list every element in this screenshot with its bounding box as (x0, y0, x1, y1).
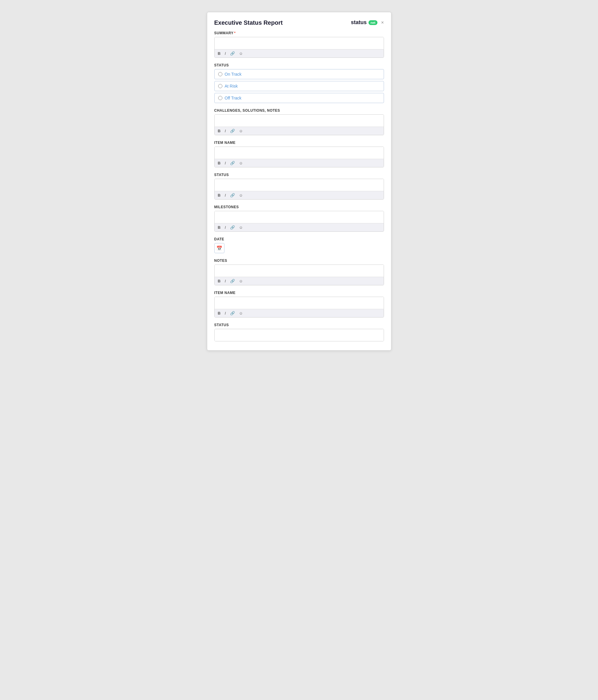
date-label: DATE (214, 237, 384, 241)
challenges-toolbar: B I 🔗 ☺ (215, 127, 384, 135)
summary-emoji-button[interactable]: ☺ (238, 51, 244, 56)
modal-header: Executive Status Report status net × (214, 19, 384, 26)
status-radio-at-risk[interactable] (218, 84, 223, 88)
item-status-italic-button-1[interactable]: I (224, 193, 227, 198)
modal-title: Executive Status Report (214, 19, 283, 26)
notes-italic-button[interactable]: I (224, 278, 227, 283)
challenges-bold-button[interactable]: B (217, 128, 222, 133)
milestones-label: MILESTONES (214, 205, 384, 209)
item-name-link-button-2[interactable]: 🔗 (229, 311, 236, 316)
milestones-section: MILESTONES B I 🔗 ☺ (214, 205, 384, 232)
status-label: STATUS (214, 63, 384, 67)
challenges-label: CHALLENGES, SOLUTIONS, NOTES (214, 108, 384, 112)
notes-section: NOTES B I 🔗 ☺ (214, 258, 384, 285)
milestones-editor: B I 🔗 ☺ (214, 211, 384, 232)
milestones-emoji-button[interactable]: ☺ (238, 225, 244, 230)
item-name-editor-1: B I 🔗 ☺ (214, 147, 384, 168)
summary-label: SUMMARY* (214, 31, 384, 35)
milestones-link-button[interactable]: 🔗 (229, 225, 236, 230)
summary-input[interactable] (215, 37, 384, 49)
item-status-editor-2 (214, 329, 384, 341)
item-status-input-2[interactable] (215, 329, 384, 341)
item-name-link-button-1[interactable]: 🔗 (229, 160, 236, 166)
required-indicator: * (234, 31, 236, 35)
milestones-italic-button[interactable]: I (224, 225, 227, 230)
item-status-emoji-button-1[interactable]: ☺ (238, 193, 244, 198)
milestones-toolbar: B I 🔗 ☺ (215, 223, 384, 231)
milestones-bold-button[interactable]: B (217, 225, 222, 230)
status-label-off-track: Off Track (225, 96, 242, 100)
challenges-link-button[interactable]: 🔗 (229, 128, 236, 133)
item-name-section-1: ITEM NAME B I 🔗 ☺ (214, 141, 384, 168)
challenges-section: CHALLENGES, SOLUTIONS, NOTES B I 🔗 ☺ (214, 108, 384, 135)
modal-container: Executive Status Report status net × SUM… (207, 12, 391, 351)
status-option-at-risk[interactable]: At Risk (214, 81, 384, 91)
summary-italic-button[interactable]: I (224, 51, 227, 56)
notes-emoji-button[interactable]: ☺ (238, 278, 244, 283)
brand-text: status (351, 19, 367, 26)
status-options: On Track At Risk Off Track (214, 69, 384, 103)
summary-section: SUMMARY* B I 🔗 ☺ (214, 31, 384, 58)
date-section: DATE 📅 (214, 237, 384, 253)
status-label-on-track: On Track (225, 72, 242, 77)
notes-label: NOTES (214, 258, 384, 263)
status-label-at-risk: At Risk (225, 84, 238, 89)
summary-link-button[interactable]: 🔗 (229, 51, 236, 56)
item-name-input-2[interactable] (215, 297, 384, 309)
item-name-italic-button-2[interactable]: I (224, 311, 227, 316)
item-name-italic-button-1[interactable]: I (224, 160, 227, 166)
milestones-input[interactable] (215, 211, 384, 223)
challenges-italic-button[interactable]: I (224, 128, 227, 133)
close-button[interactable]: × (381, 20, 384, 25)
item-name-toolbar-1: B I 🔗 ☺ (215, 159, 384, 167)
item-name-emoji-button-2[interactable]: ☺ (238, 311, 244, 316)
item-status-editor-1: B I 🔗 ☺ (214, 179, 384, 200)
item-status-label-2: STATUS (214, 323, 384, 327)
item-name-toolbar-2: B I 🔗 ☺ (215, 309, 384, 317)
challenges-editor: B I 🔗 ☺ (214, 115, 384, 135)
summary-editor: B I 🔗 ☺ (214, 37, 384, 58)
date-picker-button[interactable]: 📅 (214, 243, 225, 253)
item-status-input-1[interactable] (215, 179, 384, 191)
item-status-section-1: STATUS B I 🔗 ☺ (214, 173, 384, 200)
brand-badge: net (368, 20, 378, 25)
item-status-bold-button-1[interactable]: B (217, 193, 222, 198)
status-option-off-track[interactable]: Off Track (214, 93, 384, 103)
notes-input[interactable] (215, 265, 384, 277)
status-option-on-track[interactable]: On Track (214, 69, 384, 79)
item-status-section-2: STATUS (214, 323, 384, 341)
notes-bold-button[interactable]: B (217, 278, 222, 283)
item-name-bold-button-1[interactable]: B (217, 160, 222, 166)
challenges-input[interactable] (215, 115, 384, 127)
status-section: STATUS On Track At Risk Off Track (214, 63, 384, 103)
calendar-icon: 📅 (216, 246, 223, 251)
status-radio-off-track[interactable] (218, 96, 223, 100)
item-name-emoji-button-1[interactable]: ☺ (238, 160, 244, 166)
notes-toolbar: B I 🔗 ☺ (215, 277, 384, 285)
item-name-input-1[interactable] (215, 147, 384, 159)
status-radio-on-track[interactable] (218, 72, 223, 76)
modal-brand: status net (351, 19, 378, 26)
item-status-toolbar-1: B I 🔗 ☺ (215, 191, 384, 199)
item-name-bold-button-2[interactable]: B (217, 311, 222, 316)
item-name-label-1: ITEM NAME (214, 141, 384, 145)
notes-link-button[interactable]: 🔗 (229, 278, 236, 283)
challenges-emoji-button[interactable]: ☺ (238, 128, 244, 133)
notes-editor: B I 🔗 ☺ (214, 265, 384, 285)
item-name-section-2: ITEM NAME B I 🔗 ☺ (214, 291, 384, 318)
item-status-label-1: STATUS (214, 173, 384, 177)
item-status-link-button-1[interactable]: 🔗 (229, 193, 236, 198)
item-name-label-2: ITEM NAME (214, 291, 384, 295)
summary-toolbar: B I 🔗 ☺ (215, 49, 384, 57)
item-name-editor-2: B I 🔗 ☺ (214, 297, 384, 318)
summary-bold-button[interactable]: B (217, 51, 222, 56)
